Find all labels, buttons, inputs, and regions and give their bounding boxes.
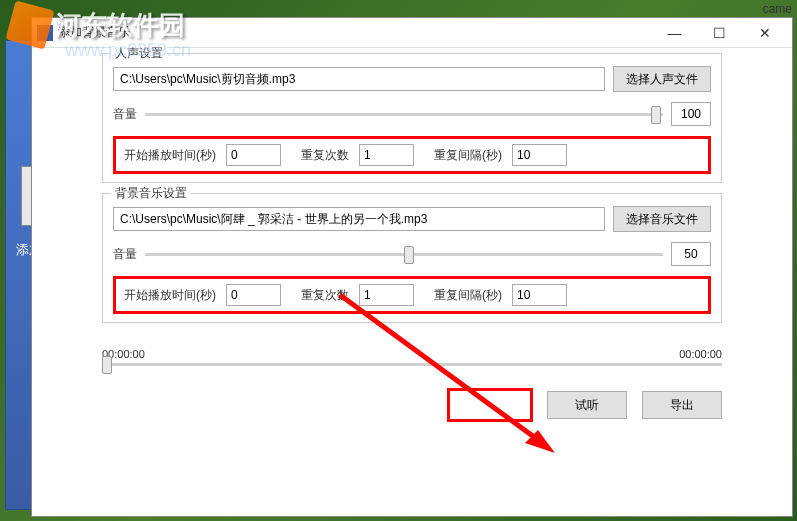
voice-volume-slider[interactable]	[145, 113, 663, 116]
close-button[interactable]: ✕	[742, 19, 787, 47]
watermark-url: www.pc0359.cn	[65, 40, 191, 61]
bgm-volume-value[interactable]: 50	[671, 242, 711, 266]
maximize-button[interactable]: ☐	[697, 19, 742, 47]
came-label: came	[763, 2, 792, 16]
preview-highlight-box	[447, 388, 533, 422]
select-voice-file-button[interactable]: 选择人声文件	[613, 66, 711, 92]
bgm-start-input[interactable]	[226, 284, 281, 306]
timeline-end-time: 00:00:00	[679, 348, 722, 360]
voice-start-label: 开始播放时间(秒)	[124, 147, 216, 164]
voice-repeat-label: 重复次数	[301, 147, 349, 164]
voice-timing-row: 开始播放时间(秒) 重复次数 重复间隔(秒)	[113, 136, 711, 174]
watermark: 河东软件园 www.pc0359.cn	[10, 5, 191, 61]
select-bgm-file-button[interactable]: 选择音乐文件	[613, 206, 711, 232]
bgm-interval-label: 重复间隔(秒)	[434, 287, 502, 304]
export-button[interactable]: 导出	[642, 391, 722, 419]
bgm-volume-slider[interactable]	[145, 253, 663, 256]
bgm-timing-row: 开始播放时间(秒) 重复次数 重复间隔(秒)	[113, 276, 711, 314]
bgm-interval-input[interactable]	[512, 284, 567, 306]
bgm-settings-group: 背景音乐设置 选择音乐文件 音量 50 开始播放时间(秒) 重复次数 重复间隔(	[102, 193, 722, 323]
bgm-path-input[interactable]	[113, 207, 605, 231]
watermark-text: 河东软件园	[55, 8, 185, 43]
voice-volume-value[interactable]: 100	[671, 102, 711, 126]
minimize-button[interactable]: —	[652, 19, 697, 47]
voice-path-input[interactable]	[113, 67, 605, 91]
watermark-cube-icon	[6, 1, 55, 50]
timeline-slider[interactable]	[102, 363, 722, 366]
voice-settings-group: 人声设置 选择人声文件 音量 100 开始播放时间(秒) 重复次数 重复间隔(秒	[102, 53, 722, 183]
voice-repeat-input[interactable]	[359, 144, 414, 166]
voice-interval-input[interactable]	[512, 144, 567, 166]
preview-button[interactable]: 试听	[547, 391, 627, 419]
bgm-start-label: 开始播放时间(秒)	[124, 287, 216, 304]
bgm-volume-label: 音量	[113, 246, 137, 263]
bgm-settings-title: 背景音乐设置	[111, 185, 191, 202]
voice-start-input[interactable]	[226, 144, 281, 166]
main-window: 添加背景音乐 — ☐ ✕ 人声设置 选择人声文件 音量 100	[31, 17, 793, 517]
voice-interval-label: 重复间隔(秒)	[434, 147, 502, 164]
voice-volume-label: 音量	[113, 106, 137, 123]
bgm-repeat-input[interactable]	[359, 284, 414, 306]
bgm-repeat-label: 重复次数	[301, 287, 349, 304]
